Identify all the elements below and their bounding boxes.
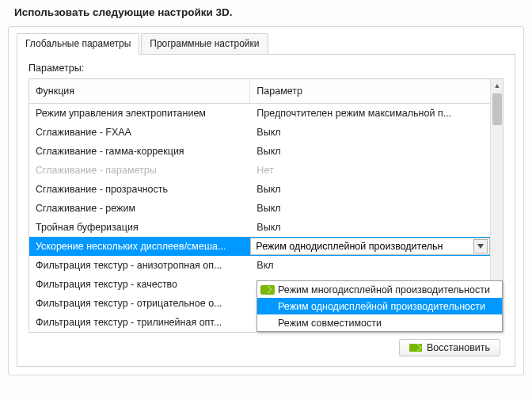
table-row[interactable]: Сглаживание - прозрачностьВыкл [29,180,490,199]
cell-function: Фильтрация текстур - трилинейная опт... [29,313,250,332]
chevron-down-icon[interactable] [473,239,488,253]
cell-parameter[interactable]: Нет [250,161,490,180]
cell-parameter[interactable]: Выкл [250,218,490,237]
cell-parameter[interactable]: Выкл [250,142,490,161]
dropdown-option[interactable]: Режим многодисплейной производительности [257,281,502,298]
dropdown-text: Режим однодисплейной производительн [251,237,443,256]
dropdown-list: Режим многодисплейной производительности… [256,280,503,332]
table-row[interactable]: Режим управления электропитаниемПредпочт… [29,104,490,123]
dropdown-option[interactable]: Режим совместимости [257,314,502,331]
scroll-thumb[interactable] [492,93,502,125]
settings-panel: Глобальные параметры Программные настрой… [8,26,524,375]
tab-program[interactable]: Программные настройки [141,33,268,54]
cell-function: Сглаживание - гамма-коррекция [29,142,250,161]
dropdown-value[interactable]: Режим однодисплейной производительн [250,238,490,255]
dropdown-option[interactable]: Режим однодисплейной производительности [257,298,502,314]
table-row[interactable]: Ускорение нескольких дисплеев/смеша...Ре… [29,237,490,256]
scroll-up-icon[interactable]: ▲ [491,79,504,92]
cell-function: Фильтрация текстур - отрицательное о... [29,294,250,313]
restore-button[interactable]: Восстановить [399,339,500,356]
cell-function: Тройная буферизация [29,218,250,237]
footer: Восстановить [28,333,504,356]
cell-function: Фильтрация текстур - качество [29,275,250,294]
cell-parameter[interactable]: Вкл [250,256,490,275]
cell-parameter[interactable]: Выкл [250,123,490,142]
cell-function: Сглаживание - прозрачность [29,180,250,199]
page-title: Использовать следующие настройки 3D. [14,6,524,18]
table-header: Функция Параметр [29,79,490,104]
table-row[interactable]: Фильтрация текстур - анизотропная оп...В… [29,256,490,275]
cell-function: Сглаживание - параметры [29,161,250,180]
tab-body: Параметры: Функция Параметр Режим управл… [17,54,515,367]
cell-function: Сглаживание - режим [29,199,250,218]
cell-function: Сглаживание - FXAA [29,123,250,142]
table-row[interactable]: Сглаживание - FXAAВыкл [29,123,490,142]
restore-label: Восстановить [427,342,490,353]
params-label: Параметры: [28,63,504,74]
col-parameter[interactable]: Параметр [250,79,490,104]
dropdown-option-label: Режим многодисплейной производительности [278,284,490,295]
table-row[interactable]: Сглаживание - режимВыкл [29,199,490,218]
table-row[interactable]: Тройная буферизацияВыкл [29,218,490,237]
tab-bar: Глобальные параметры Программные настрой… [17,33,515,54]
dropdown-option-label: Режим однодисплейной производительности [278,301,485,312]
cell-parameter[interactable]: Выкл [250,199,490,218]
cell-function: Ускорение нескольких дисплеев/смеша... [29,237,250,256]
col-function[interactable]: Функция [29,79,250,104]
table-row[interactable]: Сглаживание - гамма-коррекцияВыкл [29,142,490,161]
cell-function: Фильтрация текстур - анизотропная оп... [29,256,250,275]
cell-parameter[interactable]: Предпочтителен режим максимальной п... [250,104,490,123]
table-row[interactable]: Сглаживание - параметрыНет [29,161,490,180]
cell-parameter[interactable]: Выкл [250,180,490,199]
cell-function: Режим управления электропитанием [29,104,250,123]
params-table: Функция Параметр Режим управления электр… [28,78,504,333]
nvidia-logo-icon [260,285,275,295]
nvidia-logo-icon [409,344,422,352]
dropdown-option-label: Режим совместимости [278,318,382,329]
tab-global[interactable]: Глобальные параметры [17,33,139,55]
cell-parameter[interactable]: Режим однодисплейной производительн [250,237,490,256]
